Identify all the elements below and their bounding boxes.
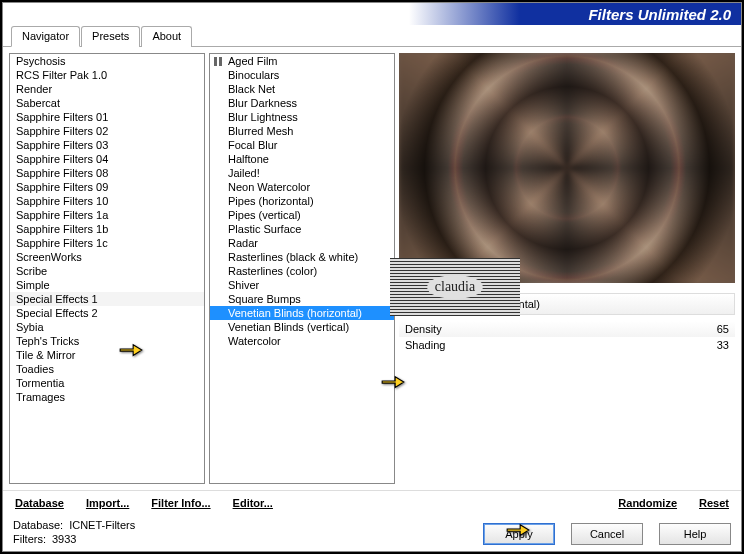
import-link[interactable]: Import... — [82, 495, 133, 511]
filter-item[interactable]: Radar — [210, 236, 394, 250]
database-link[interactable]: Database — [11, 495, 68, 511]
category-item[interactable]: Toadies — [10, 362, 204, 376]
category-item[interactable]: Special Effects 2 — [10, 306, 204, 320]
category-item[interactable]: Sybia — [10, 320, 204, 334]
category-item[interactable]: Sapphire Filters 1a — [10, 208, 204, 222]
category-item[interactable]: Sapphire Filters 08 — [10, 166, 204, 180]
status-bar: Database:ICNET-Filters Filters:3933 Appl… — [3, 513, 741, 551]
filter-item[interactable]: Square Bumps — [210, 292, 394, 306]
title-bar: Filters Unlimited 2.0 — [3, 3, 741, 25]
filter-item[interactable]: Venetian Blinds (horizontal) — [210, 306, 394, 320]
category-item[interactable]: Psychosis — [10, 54, 204, 68]
filter-item[interactable]: Jailed! — [210, 166, 394, 180]
category-item[interactable]: Tramages — [10, 390, 204, 404]
param-row[interactable]: Shading33 — [399, 337, 735, 353]
filter-item[interactable]: Black Net — [210, 82, 394, 96]
category-item[interactable]: Sapphire Filters 01 — [10, 110, 204, 124]
category-item[interactable]: Sapphire Filters 09 — [10, 180, 204, 194]
category-item[interactable]: Special Effects 1 — [10, 292, 204, 306]
category-item[interactable]: Sabercat — [10, 96, 204, 110]
db-label: Database: — [13, 519, 63, 531]
db-value: ICNET-Filters — [69, 519, 135, 531]
category-item[interactable]: RCS Filter Pak 1.0 — [10, 68, 204, 82]
category-item[interactable]: ScreenWorks — [10, 250, 204, 264]
filter-item[interactable]: Halftone — [210, 152, 394, 166]
filter-item[interactable]: Pipes (horizontal) — [210, 194, 394, 208]
filter-list[interactable]: Aged FilmBinocularsBlack NetBlur Darknes… — [209, 53, 395, 484]
main-area: PsychosisRCS Filter Pak 1.0RenderSaberca… — [3, 47, 741, 490]
grid-icon — [214, 57, 223, 66]
apply-button[interactable]: Apply — [483, 523, 555, 545]
watermark-stamp: claudia — [390, 258, 520, 316]
filter-item[interactable]: Pipes (vertical) — [210, 208, 394, 222]
filter-item[interactable]: Blur Lightness — [210, 110, 394, 124]
filter-item[interactable]: Focal Blur — [210, 138, 394, 152]
category-list[interactable]: PsychosisRCS Filter Pak 1.0RenderSaberca… — [9, 53, 205, 484]
tab-navigator[interactable]: Navigator — [11, 26, 80, 47]
filter-item[interactable]: Rasterlines (color) — [210, 264, 394, 278]
filterinfo-link[interactable]: Filter Info... — [147, 495, 214, 511]
cancel-button[interactable]: Cancel — [571, 523, 643, 545]
category-item[interactable]: Tile & Mirror — [10, 348, 204, 362]
param-name: Density — [405, 323, 442, 335]
filter-item[interactable]: Watercolor — [210, 334, 394, 348]
tab-about[interactable]: About — [141, 26, 192, 47]
reset-link[interactable]: Reset — [695, 495, 733, 511]
category-item[interactable]: Sapphire Filters 10 — [10, 194, 204, 208]
param-value: 65 — [717, 323, 729, 335]
param-row[interactable]: Density65 — [399, 321, 735, 337]
filters-count-value: 3933 — [52, 533, 76, 545]
category-item[interactable]: Sapphire Filters 1b — [10, 222, 204, 236]
category-item[interactable]: Scribe — [10, 264, 204, 278]
filter-item[interactable]: Neon Watercolor — [210, 180, 394, 194]
filter-item[interactable]: Blur Darkness — [210, 96, 394, 110]
filter-item[interactable]: Shiver — [210, 278, 394, 292]
category-item[interactable]: Simple — [10, 278, 204, 292]
link-button-bar: Database Import... Filter Info... Editor… — [3, 490, 741, 513]
filter-item[interactable]: Venetian Blinds (vertical) — [210, 320, 394, 334]
title-text: Filters Unlimited 2.0 — [588, 6, 731, 23]
tab-row: NavigatorPresetsAbout — [3, 25, 741, 47]
tab-presets[interactable]: Presets — [81, 26, 140, 47]
randomize-link[interactable]: Randomize — [614, 495, 681, 511]
filter-item[interactable]: Aged Film — [210, 54, 394, 68]
category-item[interactable]: Teph's Tricks — [10, 334, 204, 348]
category-item[interactable]: Sapphire Filters 04 — [10, 152, 204, 166]
param-value: 33 — [717, 339, 729, 351]
preview-image — [399, 53, 735, 283]
filters-count-label: Filters: — [13, 533, 46, 545]
filter-item[interactable]: Plastic Surface — [210, 222, 394, 236]
filter-column: Aged FilmBinocularsBlack NetBlur Darknes… — [209, 53, 395, 484]
category-column: PsychosisRCS Filter Pak 1.0RenderSaberca… — [9, 53, 205, 484]
category-item[interactable]: Sapphire Filters 03 — [10, 138, 204, 152]
category-item[interactable]: Tormentia — [10, 376, 204, 390]
parameter-list: Density65Shading33 — [399, 321, 735, 353]
filter-item[interactable]: Rasterlines (black & white) — [210, 250, 394, 264]
category-item[interactable]: Sapphire Filters 02 — [10, 124, 204, 138]
param-name: Shading — [405, 339, 445, 351]
status-labels: Database:ICNET-Filters Filters:3933 — [13, 519, 135, 545]
filter-item[interactable]: Blurred Mesh — [210, 124, 394, 138]
help-button[interactable]: Help — [659, 523, 731, 545]
editor-link[interactable]: Editor... — [229, 495, 277, 511]
category-item[interactable]: Sapphire Filters 1c — [10, 236, 204, 250]
category-item[interactable]: Render — [10, 82, 204, 96]
dialog-window: Filters Unlimited 2.0 NavigatorPresetsAb… — [2, 2, 742, 552]
filter-item[interactable]: Binoculars — [210, 68, 394, 82]
